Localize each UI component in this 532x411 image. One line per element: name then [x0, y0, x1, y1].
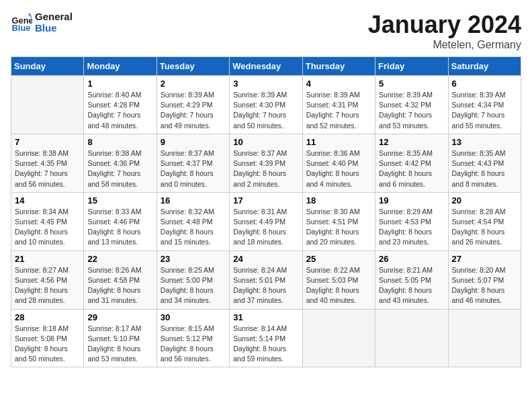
day-number: 31	[233, 312, 298, 322]
day-cell: 29Sunrise: 8:17 AMSunset: 5:10 PMDayligh…	[84, 309, 157, 367]
day-cell: 20Sunrise: 8:28 AMSunset: 4:54 PMDayligh…	[448, 192, 521, 250]
day-cell: 18Sunrise: 8:30 AMSunset: 4:51 PMDayligh…	[302, 192, 375, 250]
day-number: 17	[233, 195, 298, 205]
day-number: 14	[15, 195, 80, 205]
day-info: Sunrise: 8:35 AMSunset: 4:42 PMDaylight:…	[379, 148, 444, 189]
day-info: Sunrise: 8:34 AMSunset: 4:45 PMDaylight:…	[15, 207, 80, 248]
day-info: Sunrise: 8:17 AMSunset: 5:10 PMDaylight:…	[87, 324, 152, 365]
day-info: Sunrise: 8:37 AMSunset: 4:39 PMDaylight:…	[233, 148, 298, 189]
day-number: 7	[15, 137, 80, 147]
day-info: Sunrise: 8:26 AMSunset: 4:58 PMDaylight:…	[87, 265, 152, 306]
day-info: Sunrise: 8:27 AMSunset: 4:56 PMDaylight:…	[15, 265, 80, 306]
day-cell: 22Sunrise: 8:26 AMSunset: 4:58 PMDayligh…	[84, 250, 157, 309]
svg-text:Blue: Blue	[12, 23, 31, 33]
day-info: Sunrise: 8:31 AMSunset: 4:49 PMDaylight:…	[233, 207, 298, 248]
day-info: Sunrise: 8:29 AMSunset: 4:53 PMDaylight:…	[379, 207, 444, 248]
day-number: 29	[87, 312, 152, 322]
day-cell: 26Sunrise: 8:21 AMSunset: 5:05 PMDayligh…	[375, 250, 448, 309]
day-info: Sunrise: 8:36 AMSunset: 4:40 PMDaylight:…	[306, 148, 371, 189]
header: General Blue General Blue January 2024 M…	[11, 11, 521, 51]
day-info: Sunrise: 8:39 AMSunset: 4:30 PMDaylight:…	[233, 90, 298, 131]
day-number: 20	[452, 195, 517, 205]
day-cell: 6Sunrise: 8:39 AMSunset: 4:34 PMDaylight…	[448, 76, 521, 134]
day-number: 30	[161, 312, 226, 322]
day-cell: 14Sunrise: 8:34 AMSunset: 4:45 PMDayligh…	[11, 192, 84, 250]
day-cell: 11Sunrise: 8:36 AMSunset: 4:40 PMDayligh…	[302, 134, 375, 192]
day-number: 6	[452, 79, 517, 89]
day-number: 2	[161, 79, 226, 89]
logo-line1: General	[35, 11, 73, 22]
day-info: Sunrise: 8:28 AMSunset: 4:54 PMDaylight:…	[452, 207, 517, 248]
day-info: Sunrise: 8:30 AMSunset: 4:51 PMDaylight:…	[306, 207, 371, 248]
day-cell: 4Sunrise: 8:39 AMSunset: 4:31 PMDaylight…	[302, 76, 375, 134]
logo: General Blue General Blue	[11, 11, 73, 34]
day-info: Sunrise: 8:38 AMSunset: 4:36 PMDaylight:…	[87, 148, 152, 189]
day-cell: 31Sunrise: 8:14 AMSunset: 5:14 PMDayligh…	[230, 309, 302, 367]
day-cell: 9Sunrise: 8:37 AMSunset: 4:37 PMDaylight…	[157, 134, 229, 192]
month-title: January 2024	[368, 11, 521, 39]
day-number: 18	[306, 195, 371, 205]
day-info: Sunrise: 8:21 AMSunset: 5:05 PMDaylight:…	[379, 265, 444, 306]
day-number: 15	[87, 195, 152, 205]
day-info: Sunrise: 8:25 AMSunset: 5:00 PMDaylight:…	[161, 265, 226, 306]
day-number: 23	[161, 254, 226, 264]
week-row-2: 14Sunrise: 8:34 AMSunset: 4:45 PMDayligh…	[11, 192, 521, 250]
day-number: 11	[306, 137, 371, 147]
day-number: 27	[452, 254, 517, 264]
day-cell	[448, 309, 521, 367]
day-number: 21	[15, 254, 80, 264]
day-cell: 15Sunrise: 8:33 AMSunset: 4:46 PMDayligh…	[84, 192, 157, 250]
logo-icon: General Blue	[11, 11, 32, 33]
day-cell: 10Sunrise: 8:37 AMSunset: 4:39 PMDayligh…	[230, 134, 302, 192]
logo-line2: Blue	[35, 22, 73, 34]
day-cell: 3Sunrise: 8:39 AMSunset: 4:30 PMDaylight…	[230, 76, 302, 134]
day-cell: 5Sunrise: 8:39 AMSunset: 4:32 PMDaylight…	[375, 76, 448, 134]
day-info: Sunrise: 8:24 AMSunset: 5:01 PMDaylight:…	[233, 265, 298, 306]
day-info: Sunrise: 8:15 AMSunset: 5:12 PMDaylight:…	[161, 324, 226, 365]
day-number: 9	[161, 137, 226, 147]
day-cell: 28Sunrise: 8:18 AMSunset: 5:08 PMDayligh…	[11, 309, 84, 367]
week-row-0: 1Sunrise: 8:40 AMSunset: 4:28 PMDaylight…	[11, 76, 521, 134]
day-cell: 8Sunrise: 8:38 AMSunset: 4:36 PMDaylight…	[84, 134, 157, 192]
day-cell: 1Sunrise: 8:40 AMSunset: 4:28 PMDaylight…	[84, 76, 157, 134]
day-cell: 17Sunrise: 8:31 AMSunset: 4:49 PMDayligh…	[230, 192, 302, 250]
day-number: 10	[233, 137, 298, 147]
day-number: 8	[87, 137, 152, 147]
week-row-1: 7Sunrise: 8:38 AMSunset: 4:35 PMDaylight…	[11, 134, 521, 192]
day-number: 19	[379, 195, 444, 205]
day-number: 4	[306, 79, 371, 89]
day-cell	[375, 309, 448, 367]
header-cell-tuesday: Tuesday	[157, 57, 229, 76]
header-cell-sunday: Sunday	[11, 57, 84, 76]
day-info: Sunrise: 8:37 AMSunset: 4:37 PMDaylight:…	[161, 148, 226, 189]
day-cell: 19Sunrise: 8:29 AMSunset: 4:53 PMDayligh…	[375, 192, 448, 250]
title-area: January 2024 Metelen, Germany	[368, 11, 521, 51]
day-info: Sunrise: 8:40 AMSunset: 4:28 PMDaylight:…	[87, 90, 152, 131]
day-number: 22	[87, 254, 152, 264]
day-cell: 27Sunrise: 8:20 AMSunset: 5:07 PMDayligh…	[448, 250, 521, 309]
day-cell: 16Sunrise: 8:32 AMSunset: 4:48 PMDayligh…	[157, 192, 229, 250]
day-number: 1	[87, 79, 152, 89]
day-info: Sunrise: 8:33 AMSunset: 4:46 PMDaylight:…	[87, 207, 152, 248]
day-number: 28	[15, 312, 80, 322]
day-number: 13	[452, 137, 517, 147]
calendar-table: SundayMondayTuesdayWednesdayThursdayFrid…	[11, 56, 521, 367]
day-info: Sunrise: 8:18 AMSunset: 5:08 PMDaylight:…	[15, 324, 80, 365]
header-cell-wednesday: Wednesday	[230, 57, 302, 76]
header-cell-monday: Monday	[84, 57, 157, 76]
day-number: 3	[233, 79, 298, 89]
week-row-4: 28Sunrise: 8:18 AMSunset: 5:08 PMDayligh…	[11, 309, 521, 367]
day-number: 5	[379, 79, 444, 89]
day-info: Sunrise: 8:38 AMSunset: 4:35 PMDaylight:…	[15, 148, 80, 189]
week-row-3: 21Sunrise: 8:27 AMSunset: 4:56 PMDayligh…	[11, 250, 521, 309]
day-info: Sunrise: 8:22 AMSunset: 5:03 PMDaylight:…	[306, 265, 371, 306]
day-cell	[11, 76, 84, 134]
day-info: Sunrise: 8:32 AMSunset: 4:48 PMDaylight:…	[161, 207, 226, 248]
day-number: 24	[233, 254, 298, 264]
header-cell-saturday: Saturday	[448, 57, 521, 76]
day-cell: 21Sunrise: 8:27 AMSunset: 4:56 PMDayligh…	[11, 250, 84, 309]
header-cell-friday: Friday	[375, 57, 448, 76]
location-subtitle: Metelen, Germany	[368, 39, 521, 51]
day-info: Sunrise: 8:39 AMSunset: 4:32 PMDaylight:…	[379, 90, 444, 131]
day-cell: 30Sunrise: 8:15 AMSunset: 5:12 PMDayligh…	[157, 309, 229, 367]
